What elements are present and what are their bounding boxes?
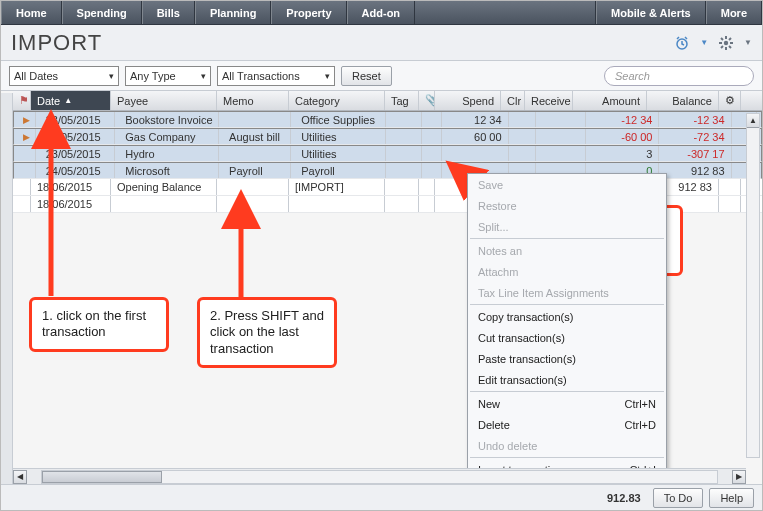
row-category: Utilities — [295, 129, 386, 144]
reminder-clock-icon[interactable] — [674, 35, 690, 51]
row-category: Office Supplies — [295, 112, 386, 127]
menu-item-label: Split... — [478, 221, 509, 233]
row-receive — [540, 112, 586, 127]
nav-planning[interactable]: Planning — [195, 1, 271, 24]
vertical-scrollbar[interactable]: ▲ — [746, 113, 760, 458]
col-tag[interactable]: Tag — [385, 91, 419, 110]
svg-line-6 — [721, 38, 723, 40]
row-attachment — [426, 112, 442, 127]
row-attachment — [419, 196, 435, 212]
row-balance: -72 34 — [663, 129, 731, 144]
row-flag[interactable] — [18, 146, 36, 161]
col-settings[interactable]: ⚙ — [719, 91, 741, 110]
scroll-thumb[interactable] — [42, 471, 162, 483]
row-flag[interactable] — [18, 163, 36, 178]
row-balance: -12 34 — [663, 112, 731, 127]
row-gear — [719, 179, 741, 195]
row-amount: 3 — [590, 146, 660, 161]
row-date: 24/05/2015 — [40, 163, 116, 178]
row-category: Payroll — [295, 163, 386, 178]
menu-item-label: Notes an — [478, 245, 522, 257]
row-tag — [390, 112, 423, 127]
row-amount: -60 00 — [590, 129, 660, 144]
row-payee: Hydro — [119, 146, 219, 161]
todo-button[interactable]: To Do — [653, 488, 704, 508]
menu-item: Notes an — [468, 240, 666, 261]
row-flag[interactable]: ▶ — [18, 129, 36, 144]
dropdown-caret-icon[interactable]: ▼ — [700, 38, 708, 47]
context-menu[interactable]: SaveRestoreSplit...Notes anAttachmTax Li… — [467, 173, 667, 511]
filter-type-select[interactable]: Any Type▾ — [125, 66, 211, 86]
col-memo[interactable]: Memo — [217, 91, 289, 110]
row-clr — [513, 112, 536, 127]
menu-item: Restore — [468, 195, 666, 216]
col-amount[interactable]: Amount — [573, 91, 647, 110]
horizontal-scrollbar[interactable]: ◀ ▶ — [13, 468, 746, 484]
scroll-track[interactable] — [41, 470, 718, 484]
table-row[interactable]: ▶23/05/2015Gas CompanyAugust billUtiliti… — [13, 128, 762, 145]
filter-tx-select[interactable]: All Transactions▾ — [217, 66, 335, 86]
row-payee: Gas Company — [119, 129, 219, 144]
reset-button[interactable]: Reset — [341, 66, 392, 86]
row-flag[interactable] — [13, 179, 31, 195]
menu-item: Undo delete — [468, 435, 666, 456]
menu-item[interactable]: DeleteCtrl+D — [468, 414, 666, 435]
menu-item[interactable]: Edit transaction(s) — [468, 369, 666, 390]
scroll-left-button[interactable]: ◀ — [13, 470, 27, 484]
row-memo: Payroll — [223, 163, 291, 178]
menu-item-label: Delete — [478, 419, 510, 431]
col-balance[interactable]: Balance — [647, 91, 719, 110]
help-button[interactable]: Help — [709, 488, 754, 508]
nav-mobile-alerts[interactable]: Mobile & Alerts — [596, 1, 706, 24]
nav-bills[interactable]: Bills — [142, 1, 195, 24]
row-category — [289, 196, 385, 212]
nav-addon[interactable]: Add-on — [347, 1, 415, 24]
col-receive[interactable]: Receive — [525, 91, 573, 110]
nav-home[interactable]: Home — [1, 1, 62, 24]
annotation-arrow-2 — [221, 201, 261, 301]
row-tag — [385, 196, 419, 212]
paperclip-icon: 📎 — [425, 94, 435, 107]
footer-total: 912.83 — [607, 492, 647, 504]
svg-line-8 — [729, 38, 731, 40]
scroll-right-button[interactable]: ▶ — [732, 470, 746, 484]
left-rail — [1, 93, 13, 484]
filter-dates-select[interactable]: All Dates▾ — [9, 66, 119, 86]
col-spend[interactable]: Spend — [435, 91, 501, 110]
title-bar: IMPORT ▼ ▼ — [1, 25, 762, 61]
col-payee[interactable]: Payee — [111, 91, 217, 110]
nav-spending[interactable]: Spending — [62, 1, 142, 24]
menu-item[interactable]: NewCtrl+N — [468, 393, 666, 414]
gear-icon[interactable] — [718, 35, 734, 51]
scroll-up-button[interactable]: ▲ — [747, 114, 759, 128]
filter-dates-label: All Dates — [14, 70, 58, 82]
row-attachment — [426, 146, 442, 161]
nav-more[interactable]: More — [706, 1, 762, 24]
svg-point-1 — [724, 40, 728, 44]
col-flag[interactable]: ⚑ — [13, 91, 31, 110]
row-clr — [513, 146, 536, 161]
menu-item[interactable]: Paste transaction(s) — [468, 348, 666, 369]
nav-property[interactable]: Property — [271, 1, 346, 24]
menu-item: Split... — [468, 216, 666, 237]
menu-item[interactable]: Cut transaction(s) — [468, 327, 666, 348]
search-input[interactable]: Search — [604, 66, 754, 86]
menu-item-label: New — [478, 398, 500, 410]
row-flag[interactable] — [13, 196, 31, 212]
row-payee: Opening Balance — [111, 179, 217, 195]
col-date[interactable]: Date▲ — [31, 91, 111, 110]
dropdown-caret-icon[interactable]: ▼ — [744, 38, 752, 47]
row-tag — [390, 146, 423, 161]
row-payee — [111, 196, 217, 212]
flag-icon: ⚑ — [19, 94, 29, 107]
col-attachment[interactable]: 📎 — [419, 91, 435, 110]
row-gear — [719, 196, 741, 212]
table-row[interactable]: ▶23/05/2015Bookstore InvoiceOffice Suppl… — [13, 111, 762, 128]
menu-item-label: Cut transaction(s) — [478, 332, 565, 344]
filter-tx-label: All Transactions — [222, 70, 300, 82]
menu-item[interactable]: Copy transaction(s) — [468, 306, 666, 327]
col-category[interactable]: Category — [289, 91, 385, 110]
col-clr[interactable]: Clr — [501, 91, 525, 110]
row-flag[interactable]: ▶ — [18, 112, 36, 127]
table-row[interactable]: 23/05/2015HydroUtilities3-307 17 — [13, 145, 762, 162]
